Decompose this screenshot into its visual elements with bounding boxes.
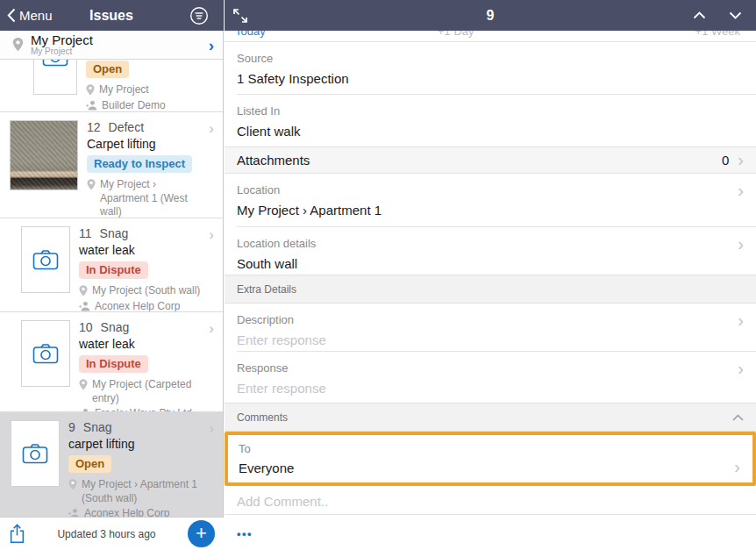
description-placeholder: Enter response bbox=[237, 332, 744, 347]
location-label: Location bbox=[237, 183, 744, 196]
plus-one-week-shortcut-button[interactable]: +1 Week bbox=[695, 31, 740, 38]
comment-to-field-highlighted[interactable]: To Everyone › bbox=[225, 432, 756, 486]
filter-icon[interactable] bbox=[189, 6, 209, 25]
status-badge: Ready to Inspect bbox=[87, 155, 192, 173]
chevron-right-icon: › bbox=[738, 151, 744, 168]
issue-type: Snag bbox=[101, 320, 130, 334]
to-label: To bbox=[239, 442, 740, 455]
person-icon bbox=[68, 508, 80, 517]
issue-id: 12 bbox=[87, 120, 101, 134]
response-placeholder: Enter response bbox=[237, 381, 744, 396]
issue-list-item[interactable]: 10 Snag water leak In Dispute My Project… bbox=[0, 312, 223, 412]
chevron-down-icon bbox=[729, 11, 742, 19]
issue-location: My Project (Carpeted entry) bbox=[92, 378, 202, 405]
attachments-count: 0 bbox=[722, 153, 729, 168]
issue-company: Aconex Help Corp bbox=[95, 300, 180, 312]
attachments-row[interactable]: Attachments 0 › bbox=[225, 146, 756, 174]
location-pin-icon bbox=[87, 179, 96, 190]
chevron-right-icon: › bbox=[738, 182, 744, 199]
issue-title: water leak bbox=[79, 337, 202, 351]
project-subtitle: My Project bbox=[31, 47, 202, 57]
issue-type: Snag bbox=[83, 420, 112, 434]
description-field[interactable]: Description Enter response › bbox=[225, 304, 756, 351]
detail-nav-bar: 9 bbox=[225, 0, 756, 31]
camera-placeholder-thumbnail bbox=[33, 60, 77, 95]
camera-placeholder-thumbnail bbox=[21, 320, 70, 387]
chevron-right-icon: › bbox=[738, 235, 744, 253]
issue-company: Builder Demo bbox=[102, 99, 166, 112]
expand-icon bbox=[232, 7, 249, 25]
source-label: Source bbox=[237, 52, 744, 65]
issue-title: water leak bbox=[79, 243, 202, 257]
project-title: My Project bbox=[31, 33, 202, 47]
camera-icon bbox=[32, 249, 59, 270]
issue-location: My Project (South wall) bbox=[92, 284, 200, 298]
issue-id: 11 bbox=[79, 226, 92, 240]
issue-title: Carpet lifting bbox=[87, 137, 202, 151]
add-comment-field[interactable] bbox=[225, 486, 756, 514]
description-label: Description bbox=[237, 313, 744, 326]
project-header-row[interactable]: My Project My Project › bbox=[0, 31, 223, 60]
collapse-section-button[interactable] bbox=[732, 414, 744, 421]
expand-button[interactable] bbox=[225, 7, 249, 25]
chevron-right-icon: › bbox=[209, 37, 214, 54]
comments-label: Comments bbox=[237, 411, 288, 424]
issue-type: Defect bbox=[109, 120, 144, 134]
issue-company: Aconex Help Corp bbox=[84, 507, 169, 517]
issue-list-item[interactable]: 11 Snag water leak In Dispute My Project… bbox=[0, 218, 223, 312]
chevron-right-icon: › bbox=[738, 311, 744, 329]
attachments-label: Attachments bbox=[237, 153, 310, 168]
chevron-right-icon: › bbox=[209, 227, 214, 242]
camera-placeholder-thumbnail bbox=[11, 420, 60, 487]
camera-icon bbox=[32, 343, 59, 364]
issues-nav-bar: Menu Issues bbox=[0, 0, 224, 31]
issue-type: Snag bbox=[100, 226, 129, 240]
location-details-value: South wall bbox=[237, 256, 744, 271]
add-comment-input[interactable] bbox=[237, 494, 744, 509]
response-field[interactable]: Response Enter response › bbox=[225, 352, 756, 403]
more-options-button[interactable]: ••• bbox=[237, 527, 253, 540]
issue-list-item[interactable]: 12 Defect Carpet lifting Ready to Inspec… bbox=[0, 112, 223, 218]
source-value: 1 Safety Inspection bbox=[237, 71, 744, 86]
detail-footer-bar: ••• bbox=[225, 514, 756, 550]
issues-list-panel: My Project My Project › Open My Project … bbox=[0, 31, 224, 550]
location-value: My Project › Apartment 1 bbox=[237, 203, 744, 218]
issue-location: My Project › Apartment 1 (West wall) bbox=[100, 178, 202, 218]
updated-status-text: Updated 3 hours ago bbox=[25, 528, 188, 540]
status-badge: In Dispute bbox=[79, 261, 148, 279]
issue-list-item[interactable]: Open My Project Builder Demo bbox=[0, 60, 223, 112]
menu-back-button[interactable]: Menu bbox=[0, 8, 53, 23]
location-pin-icon bbox=[12, 38, 24, 52]
extra-details-section-header: Extra Details bbox=[225, 275, 756, 304]
chevron-right-icon: › bbox=[209, 421, 214, 436]
status-badge: In Dispute bbox=[79, 355, 148, 373]
location-pin-icon bbox=[68, 479, 77, 490]
previous-issue-button[interactable] bbox=[693, 11, 706, 19]
chevron-up-icon bbox=[732, 414, 744, 421]
next-issue-button[interactable] bbox=[729, 11, 742, 19]
issue-number-title: 9 bbox=[225, 8, 756, 24]
source-field: Source 1 Safety Inspection bbox=[225, 42, 756, 94]
location-pin-icon bbox=[86, 84, 95, 96]
plus-one-day-shortcut-button[interactable]: +1 Day bbox=[438, 31, 474, 38]
location-field[interactable]: Location My Project › Apartment 1 › bbox=[225, 174, 756, 226]
comments-section-header[interactable]: Comments bbox=[225, 403, 756, 432]
camera-icon bbox=[42, 60, 68, 67]
chevron-up-icon bbox=[693, 11, 706, 19]
chevron-left-icon bbox=[7, 8, 16, 23]
app-window: Menu Issues 9 My Project bbox=[0, 0, 756, 550]
share-button[interactable] bbox=[9, 524, 25, 544]
response-label: Response bbox=[237, 361, 744, 375]
location-details-field[interactable]: Location details South wall › bbox=[225, 227, 756, 275]
location-pin-icon bbox=[79, 379, 88, 390]
issue-photo-thumbnail bbox=[10, 120, 78, 190]
issue-list-item-selected[interactable]: 9 Snag carpet lifting Open My Project › … bbox=[0, 412, 223, 517]
location-details-label: Location details bbox=[237, 237, 744, 250]
extra-details-label: Extra Details bbox=[237, 283, 296, 296]
issue-detail-panel: Today +1 Day +1 Week Source 1 Safety Ins… bbox=[225, 31, 756, 550]
add-issue-button[interactable]: + bbox=[188, 520, 215, 547]
issue-id: 9 bbox=[68, 420, 75, 434]
listed-in-value: Client walk bbox=[237, 124, 744, 139]
listed-in-label: Listed In bbox=[237, 104, 744, 118]
today-shortcut-button[interactable]: Today bbox=[235, 31, 266, 38]
